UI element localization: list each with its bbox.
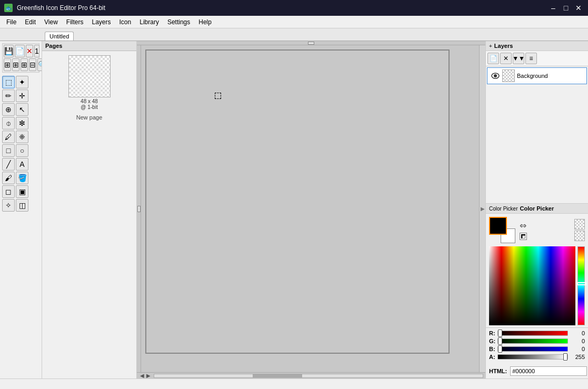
grid-view-button[interactable]: ⊞	[12, 58, 19, 71]
selection-rectangle	[215, 93, 221, 99]
window-controls: – □ ✕	[548, 3, 584, 13]
stamp-tool[interactable]: ▣	[16, 185, 28, 198]
color-picker-title: Color Picker	[520, 205, 554, 212]
new-page-button[interactable]: New page	[44, 112, 134, 123]
blue-label: B:	[489, 346, 495, 352]
right-edge-slider[interactable]: ▶	[479, 45, 485, 372]
color-swatches: ⇔	[486, 214, 588, 246]
eraser2-tool[interactable]: ❈	[16, 131, 28, 143]
app-icon: 🐟	[4, 4, 13, 12]
maximize-button[interactable]: □	[561, 3, 571, 13]
primary-alpha-button[interactable]	[574, 219, 585, 230]
main-layout: 💾 📄 ✕ 1 12x1x2x4x8x16x + ⊞ ⊞ ⊞ ⊟ 🔍 ⬚ ✦	[0, 41, 588, 378]
brush-tool[interactable]: 🖌	[2, 172, 15, 184]
layer-preview	[502, 69, 515, 82]
layers-empty-space	[486, 85, 588, 148]
right-panel: + Layers 📄 ✕ ▼▼ ≡ Backg	[485, 41, 588, 378]
left-toolbar: 💾 📄 ✕ 1 12x1x2x4x8x16x + ⊞ ⊞ ⊞ ⊟ 🔍 ⬚ ✦	[0, 41, 42, 378]
dotted-select-tool[interactable]: ⬚	[2, 76, 15, 88]
delete-layer-button[interactable]: ✕	[500, 53, 512, 64]
app-title: Greenfish Icon Editor Pro 64-bit	[17, 4, 105, 12]
reset-colors-button[interactable]	[520, 233, 527, 240]
pixel-canvas[interactable]	[145, 49, 450, 354]
open-button[interactable]: 📄	[15, 45, 25, 57]
color-picker-section: Color Picker Color Picker ⇔	[486, 204, 588, 378]
green-value: 0	[570, 338, 585, 344]
status-bar	[0, 378, 588, 389]
page-1-size: 48 x 48 @ 1-bit	[81, 98, 98, 110]
red-slider[interactable]	[497, 331, 568, 336]
alpha-slider[interactable]	[497, 354, 568, 360]
menu-file[interactable]: File	[2, 17, 21, 27]
circle-tool[interactable]: ○	[16, 144, 28, 157]
menu-layers[interactable]: Layers	[88, 17, 115, 27]
page-1-item[interactable]: 48 x 48 @ 1-bit	[44, 53, 134, 112]
pages-header: Pages	[42, 41, 136, 51]
paint-bucket-tool[interactable]: ⌽	[2, 117, 15, 129]
fill-tool[interactable]: 🪣	[16, 172, 28, 184]
canvas-wrapper	[141, 45, 479, 358]
transform-tool[interactable]: ⊕	[2, 103, 15, 116]
lasso-tool[interactable]: ✦	[16, 76, 28, 88]
fit-view-button[interactable]: ⊞	[4, 58, 11, 71]
layers-list: Background	[486, 66, 588, 203]
red-value: 0	[570, 330, 585, 336]
eyedropper-tool[interactable]: 🖊	[2, 131, 15, 143]
html-color-input[interactable]	[510, 366, 587, 376]
nav-right-arrow[interactable]: ▶	[145, 373, 152, 378]
swap-colors-button[interactable]: ⇔	[520, 221, 527, 231]
line-tool[interactable]: ╱	[2, 158, 15, 171]
layer-name: Background	[517, 73, 583, 79]
blue-value: 0	[570, 346, 585, 352]
tab-untitled[interactable]: Untitled	[45, 32, 74, 41]
tab-label: Untitled	[49, 33, 69, 39]
layer-background[interactable]: Background	[487, 67, 587, 84]
clone-tool[interactable]: ◫	[16, 199, 28, 212]
menu-view[interactable]: View	[40, 17, 62, 27]
new-layer-button[interactable]: 📄	[487, 53, 499, 64]
spray-tool[interactable]: ❇	[16, 117, 28, 129]
menu-filters[interactable]: Filters	[62, 17, 88, 27]
save-button[interactable]: 💾	[4, 45, 14, 57]
smudge-tool[interactable]: ✧	[2, 199, 15, 212]
canvas-scroll[interactable]	[141, 45, 479, 372]
grid-toggle-button[interactable]: ⊞	[21, 58, 28, 71]
blue-slider[interactable]	[497, 346, 568, 352]
pages-panel: Pages 48 x 48 @ 1-bit New page	[42, 41, 137, 378]
layer-options-button[interactable]: ≡	[525, 53, 537, 64]
normal-view-button[interactable]: 1	[34, 45, 39, 57]
layer-visibility-eye[interactable]	[491, 71, 500, 81]
move-tool[interactable]: ✛	[16, 89, 28, 102]
green-slider-row: G: 0	[489, 338, 585, 344]
html-color-row: HTML: W	[486, 364, 588, 378]
merge-down-button[interactable]: ▼▼	[513, 53, 524, 64]
menu-help[interactable]: Help	[194, 17, 216, 27]
magnify-button[interactable]: 🔍	[37, 58, 42, 71]
rect-tool[interactable]: □	[2, 144, 15, 157]
menu-settings[interactable]: Settings	[163, 17, 194, 27]
color-picker-expand-icon[interactable]: Color Picker	[489, 206, 517, 212]
hue-slider[interactable]	[577, 246, 585, 325]
color-picker-header: Color Picker Color Picker	[486, 204, 588, 214]
menu-edit[interactable]: Edit	[21, 17, 40, 27]
green-label: G:	[489, 338, 495, 344]
primary-color-swatch[interactable]	[489, 217, 507, 235]
rubber-tool[interactable]: ◻	[2, 185, 15, 198]
layers-expand-icon[interactable]: +	[489, 43, 492, 49]
pencil-tool[interactable]: ✏	[2, 89, 15, 102]
blue-slider-row: B: 0	[489, 346, 585, 352]
overview-button[interactable]: ⊟	[29, 58, 36, 71]
close-button[interactable]: ✕	[573, 3, 584, 13]
menu-library[interactable]: Library	[135, 17, 163, 27]
color-spectrum[interactable]	[489, 246, 575, 325]
text-tool[interactable]: A	[16, 158, 28, 171]
close-doc-button[interactable]: ✕	[26, 45, 33, 57]
eye-icon	[491, 73, 500, 79]
nav-left-arrow[interactable]: ◀	[139, 373, 145, 378]
secondary-alpha-button[interactable]	[574, 231, 585, 241]
alpha-label: A:	[489, 354, 495, 360]
arrow-select-tool[interactable]: ↖	[16, 103, 28, 116]
menu-icon[interactable]: Icon	[115, 17, 136, 27]
minimize-button[interactable]: –	[548, 3, 559, 13]
green-slider[interactable]	[497, 338, 568, 344]
